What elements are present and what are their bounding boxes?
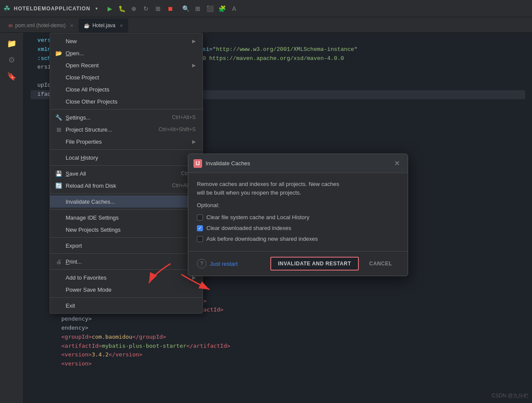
profile-button[interactable]: ⊞ xyxy=(153,3,163,14)
tab-pom-xml[interactable]: m pom.xml (hotel-demo) ✕ xyxy=(3,19,79,32)
checkbox-filesystem-cache[interactable] xyxy=(197,214,203,220)
dialog-footer: ? Just restart INVALIDATE AND RESTART CA… xyxy=(188,251,408,276)
checkbox-ask-before-download[interactable] xyxy=(197,236,203,242)
editor-area: version="1.0" encoding="UTF-8"?> xmlns="… xyxy=(24,33,532,403)
dialog-icon-text: IJ xyxy=(196,161,200,167)
left-panel-project-icon[interactable]: 📁 xyxy=(4,36,19,51)
square-button[interactable]: ⬛ xyxy=(205,3,215,14)
left-panel: 📁 ⚙ 🔖 xyxy=(0,33,24,403)
editor-tabs: m pom.xml (hotel-demo) ✕ ☕ Hotel.java ✕ xyxy=(0,17,532,33)
left-panel-structure-icon[interactable]: ⚙ xyxy=(6,53,18,67)
hotel-java-icon: ☕ xyxy=(84,23,90,28)
tab-pom-xml-close[interactable]: ✕ xyxy=(70,23,73,28)
invalidate-caches-dialog: IJ Invalidate Caches ✕ Remove caches and… xyxy=(188,154,408,276)
toolbar: ☘ HOTELDEMOAPPLICATION ▾ ▶ 🐛 ⊕ ↻ ⊞ ⏹ 🔍 ⊞… xyxy=(0,0,532,17)
dialog-cancel-button[interactable]: CANCEL xyxy=(362,258,399,270)
pom-xml-icon: m xyxy=(9,23,13,28)
left-panel-bookmark-icon[interactable]: 🔖 xyxy=(4,69,19,84)
dialog-invalidate-restart-button[interactable]: INVALIDATE AND RESTART xyxy=(270,257,359,271)
checkbox-ask-before-download-label: Ask before downloading new shared indexe… xyxy=(206,236,318,242)
puzzle-button[interactable]: 🧩 xyxy=(217,3,227,14)
dialog-body: Remove caches and indexes for all projec… xyxy=(188,173,408,251)
translate-button[interactable]: A xyxy=(229,3,239,14)
checkbox-shared-indexes[interactable] xyxy=(197,225,203,231)
stop-button[interactable]: ⏹ xyxy=(165,3,175,14)
app-name: HOTELDEMOAPPLICATION xyxy=(14,6,90,12)
tab-hotel-java-close[interactable]: ✕ xyxy=(120,23,123,28)
dialog-app-icon: IJ xyxy=(193,159,202,168)
main-area: 📁 ⚙ 🔖 version="1.0" encoding="UTF-8"?> x… xyxy=(0,33,532,403)
checkbox-filesystem-label: Clear file system cache and Local Histor… xyxy=(206,214,309,220)
dialog-just-restart-button[interactable]: Just restart xyxy=(210,261,238,267)
tab-pom-xml-label: pom.xml (hotel-demo) xyxy=(15,22,66,28)
checkbox-row-1: Clear file system cache and Local Histor… xyxy=(197,212,399,223)
app-name-chevron: ▾ xyxy=(95,6,98,11)
dialog-description: Remove caches and indexes for all projec… xyxy=(197,180,399,197)
debug-button[interactable]: 🐛 xyxy=(117,3,127,14)
logo-icon: ☘ xyxy=(3,4,10,13)
checkbox-shared-indexes-label: Clear downloaded shared indexes xyxy=(206,225,291,231)
tab-hotel-java[interactable]: ☕ Hotel.java ✕ xyxy=(79,19,128,32)
dialog-help-button[interactable]: ? xyxy=(197,259,206,268)
checkbox-row-3: Ask before downloading new shared indexe… xyxy=(197,233,399,244)
dialog-title-text: Invalidate Caches xyxy=(206,160,388,167)
checkbox-row-2: Clear downloaded shared indexes xyxy=(197,223,399,233)
grid-button[interactable]: ⊞ xyxy=(193,3,203,14)
coverage-button[interactable]: ↻ xyxy=(141,3,151,14)
add-configuration-button[interactable]: ⊕ xyxy=(129,3,139,14)
search-button[interactable]: 🔍 xyxy=(180,3,191,14)
dialog-title-bar: IJ Invalidate Caches ✕ xyxy=(188,154,408,173)
dialog-overlay: IJ Invalidate Caches ✕ Remove caches and… xyxy=(24,33,532,403)
dialog-optional-label: Optional: xyxy=(197,202,399,208)
run-button[interactable]: ▶ xyxy=(104,3,115,14)
dialog-close-button[interactable]: ✕ xyxy=(392,158,402,168)
tab-hotel-java-label: Hotel.java xyxy=(92,22,115,28)
